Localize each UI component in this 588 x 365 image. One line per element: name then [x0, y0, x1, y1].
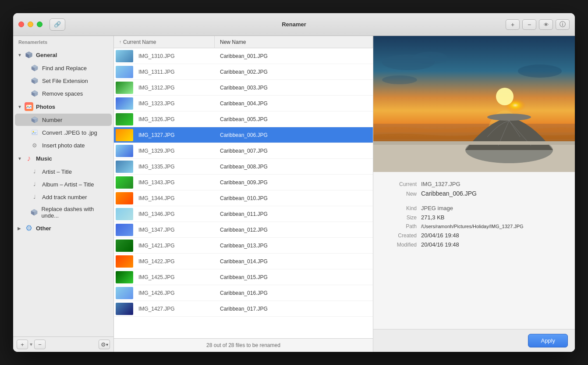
traffic-lights: [18, 21, 43, 27]
file-thumbnail: [114, 238, 135, 254]
sidebar-settings-button[interactable]: ⚙ ▾: [99, 340, 110, 349]
find-replace-icon: [31, 64, 39, 72]
sidebar-add-button[interactable]: +: [17, 340, 28, 349]
file-thumbnail: [114, 48, 135, 64]
file-thumbnail: [114, 96, 135, 111]
file-thumbnail: [114, 111, 135, 127]
set-file-ext-icon: [31, 77, 39, 85]
info-icon: ⓘ: [560, 21, 566, 29]
current-filename-cell: IMG_1335.JPG: [135, 164, 215, 170]
remove-spaces-icon: [31, 89, 39, 97]
table-row[interactable]: IMG_1344.JPGCaribbean_010.JPG: [114, 190, 373, 206]
table-row[interactable]: IMG_1343.JPGCaribbean_009.JPG: [114, 175, 373, 190]
file-thumbnail: [114, 80, 135, 96]
sidebar-footer: + ▾ − ⚙ ▾: [13, 336, 113, 352]
sidebar-item-convert-jpeg[interactable]: Convert .JPEG to .jpg: [15, 126, 112, 139]
file-thumbnail: [114, 254, 135, 269]
svg-point-40: [487, 114, 531, 121]
sidebar-group-other[interactable]: ▶ ⚙ Other: [13, 222, 113, 235]
table-row[interactable]: IMG_1421.JPGCaribbean_013.JPG: [114, 238, 373, 254]
artist-title-icon: ♩: [31, 168, 39, 175]
sidebar-item-remove-spaces[interactable]: Remove spaces: [15, 87, 112, 100]
sidebar-item-find-replace[interactable]: Find and Replace: [15, 62, 112, 74]
table-row[interactable]: IMG_1329.JPGCaribbean_007.JPG: [114, 143, 373, 159]
sidebar-item-add-track-number[interactable]: ♩ Add track number: [15, 191, 112, 203]
table-row[interactable]: IMG_1422.JPGCaribbean_014.JPG: [114, 254, 373, 269]
path-row: Path /Users/ramonh/Pictures/Holiday/IMG_…: [384, 223, 564, 229]
preview-footer: Apply: [373, 329, 575, 352]
minus-button[interactable]: −: [522, 19, 536, 30]
sidebar-item-artist-title[interactable]: ♩ Artist – Title: [15, 165, 112, 178]
table-row[interactable]: IMG_1335.JPGCaribbean_008.JPG: [114, 159, 373, 175]
sidebar: Renamerlets ▼ General: [13, 36, 114, 352]
table-row[interactable]: IMG_1326.JPGCaribbean_005.JPG: [114, 111, 373, 127]
file-thumbnail: [114, 206, 135, 222]
file-thumbnail: [114, 269, 135, 285]
svg-point-31: [496, 88, 514, 105]
size-label: Size: [384, 215, 417, 221]
sidebar-item-replace-dashes[interactable]: Replace dashes with unde...: [15, 204, 112, 221]
album-artist-title-icon: ♩: [31, 180, 39, 188]
general-icon: [25, 50, 33, 59]
convert-jpeg-icon: [31, 129, 39, 136]
sidebar-item-insert-photo-date[interactable]: ⚙ Insert photo date: [15, 139, 112, 151]
thumbnail-image: [116, 66, 133, 78]
new-filename-cell: Caribbean_009.JPG: [215, 179, 373, 186]
sidebar-group-music[interactable]: ▼ ♪ Music: [13, 152, 113, 165]
col-header-new[interactable]: New Name: [215, 36, 373, 48]
other-icon: ⚙: [25, 224, 33, 233]
thumbnail-image: [116, 161, 133, 173]
col-new-label: New Name: [220, 39, 246, 45]
minimize-button[interactable]: [28, 21, 33, 27]
sidebar-remove-button[interactable]: −: [34, 340, 46, 349]
new-filename-cell: Caribbean_015.JPG: [215, 274, 373, 280]
file-list-footer: 28 out of 28 files to be renamed: [114, 338, 373, 352]
created-value: 20/04/16 19:48: [421, 232, 459, 239]
sidebar-gear-icon: ⚙: [101, 341, 106, 348]
thumbnail-image: [116, 176, 133, 189]
table-row[interactable]: IMG_1312.JPGCaribbean_003.JPG: [114, 80, 373, 96]
current-filename-cell: IMG_1344.JPG: [135, 195, 215, 201]
sidebar-group-photos[interactable]: ▼ Photos: [13, 100, 113, 113]
table-row[interactable]: IMG_1327.JPGCaribbean_006.JPG: [114, 127, 373, 143]
thumbnail-image: [116, 224, 133, 236]
file-thumbnail: [114, 127, 135, 143]
thumbnail-image: [116, 287, 133, 299]
sidebar-item-album-artist-title[interactable]: ♩ Album – Artist – Title: [15, 178, 112, 190]
preview-image: [373, 36, 575, 172]
apply-button[interactable]: Apply: [528, 334, 568, 347]
link-button[interactable]: 🔗: [50, 18, 65, 31]
table-row[interactable]: IMG_1310.JPGCaribbean_001.JPG: [114, 48, 373, 64]
titlebar-actions: + − 👁 ⓘ: [506, 19, 570, 30]
sidebar-item-set-file-ext[interactable]: Set File Extension: [15, 75, 112, 87]
created-row: Created 20/04/16 19:48: [384, 232, 564, 239]
table-row[interactable]: IMG_1311.JPGCaribbean_002.JPG: [114, 64, 373, 80]
table-row[interactable]: IMG_1426.JPGCaribbean_016.JPG: [114, 285, 373, 301]
set-file-ext-label: Set File Extension: [42, 78, 88, 84]
table-row[interactable]: IMG_1425.JPGCaribbean_015.JPG: [114, 269, 373, 285]
table-row[interactable]: IMG_1323.JPGCaribbean_004.JPG: [114, 96, 373, 111]
new-filename-cell: Caribbean_008.JPG: [215, 164, 373, 170]
kind-value: JPEG image: [421, 205, 453, 211]
table-row[interactable]: IMG_1346.JPGCaribbean_011.JPG: [114, 206, 373, 222]
sidebar-item-number[interactable]: Number: [15, 114, 112, 126]
table-row[interactable]: IMG_1347.JPGCaribbean_012.JPG: [114, 222, 373, 238]
table-row[interactable]: IMG_1427.JPGCaribbean_017.JPG: [114, 301, 373, 317]
preview-button[interactable]: 👁: [539, 19, 553, 30]
new-filename-cell: Caribbean_001.JPG: [215, 53, 373, 59]
thumbnail-image: [116, 82, 133, 94]
file-thumbnail: [114, 301, 135, 317]
new-filename-cell: Caribbean_005.JPG: [215, 116, 373, 122]
col-header-current[interactable]: ↑ Current Name: [114, 36, 215, 48]
close-button[interactable]: [18, 21, 24, 27]
maximize-button[interactable]: [37, 21, 43, 27]
new-filename-cell: Caribbean_013.JPG: [215, 243, 373, 249]
info-button[interactable]: ⓘ: [556, 19, 570, 30]
sidebar-header: Renamerlets: [13, 36, 113, 47]
new-filename: Caribbean_006.JPG: [421, 190, 477, 197]
file-list-header: ↑ Current Name New Name: [114, 36, 373, 48]
current-filename-cell: IMG_1326.JPG: [135, 116, 215, 122]
sidebar-group-general[interactable]: ▼ General: [13, 48, 113, 61]
sidebar-settings-arrow: ▾: [106, 342, 108, 347]
add-button[interactable]: +: [506, 19, 520, 30]
